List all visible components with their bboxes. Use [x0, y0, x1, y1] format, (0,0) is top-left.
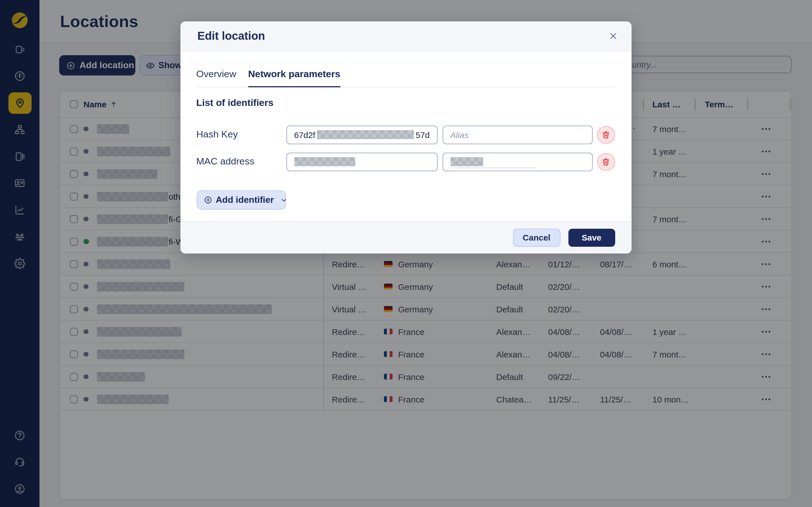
- plus-circle-icon: [204, 196, 212, 204]
- modal-tabs: Overview Network parameters: [196, 64, 616, 87]
- delete-hash-key-button[interactable]: [597, 126, 615, 144]
- modal-footer: Cancel Save: [181, 221, 631, 253]
- redacted-alias-value: [450, 158, 483, 166]
- hash-key-input[interactable]: 67d2f 57d: [286, 125, 438, 144]
- chevron-down-icon: [281, 197, 287, 203]
- identifier-row-mac-address: MAC address: [181, 152, 631, 171]
- cancel-button[interactable]: Cancel: [513, 228, 560, 247]
- add-identifier-label: Add identifier: [216, 195, 274, 205]
- modal-title: Edit location: [197, 30, 265, 43]
- mac-alias-input[interactable]: [442, 152, 593, 171]
- edit-location-modal: Edit location Overview Network parameter…: [181, 21, 631, 253]
- mac-address-input[interactable]: [286, 152, 438, 171]
- tab-network-parameters[interactable]: Network parameters: [248, 68, 340, 80]
- redacted-alias-underline: [450, 167, 536, 168]
- modal-header: Edit location: [181, 21, 631, 51]
- redacted-mac-value: [294, 158, 355, 166]
- tab-overview[interactable]: Overview: [196, 68, 236, 80]
- hash-value-suffix: 57d: [416, 130, 430, 140]
- active-tab-underline: [248, 86, 341, 87]
- delete-mac-address-button[interactable]: [597, 153, 615, 171]
- section-title: List of identifiers: [196, 98, 273, 109]
- add-identifier-button[interactable]: Add identifier: [197, 190, 286, 210]
- hash-key-label: Hash Key: [196, 129, 238, 140]
- trash-icon: [602, 158, 610, 166]
- hash-alias-input[interactable]: Alias: [442, 125, 593, 144]
- close-icon: [609, 32, 617, 40]
- mac-address-label: MAC address: [196, 156, 254, 168]
- hash-value-prefix: 67d2f: [294, 130, 315, 140]
- save-button[interactable]: Save: [568, 228, 615, 247]
- identifier-row-hash-key: Hash Key 67d2f 57d Alias: [181, 125, 631, 144]
- redacted-hash-value: [317, 130, 414, 139]
- close-button[interactable]: [609, 32, 617, 40]
- app-root: Locations Add location Show Name Last … …: [0, 0, 812, 507]
- trash-icon: [602, 131, 610, 139]
- alias-placeholder: Alias: [450, 130, 469, 140]
